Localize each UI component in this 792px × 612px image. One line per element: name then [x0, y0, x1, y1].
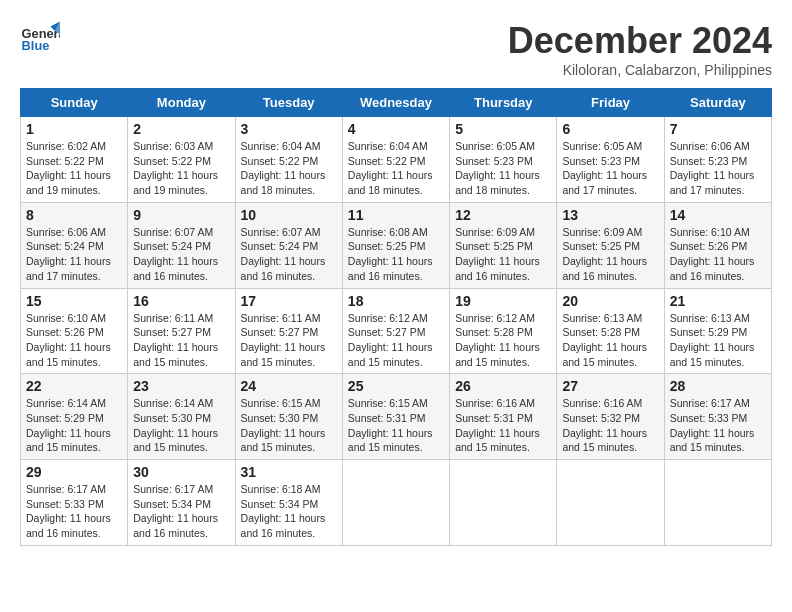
col-tuesday: Tuesday	[235, 89, 342, 117]
day-number: 12	[455, 207, 551, 223]
calendar-table: Sunday Monday Tuesday Wednesday Thursday…	[20, 88, 772, 546]
day-number: 22	[26, 378, 122, 394]
calendar-cell: 18 Sunrise: 6:12 AMSunset: 5:27 PMDaylig…	[342, 288, 449, 374]
day-number: 31	[241, 464, 337, 480]
calendar-cell: 17 Sunrise: 6:11 AMSunset: 5:27 PMDaylig…	[235, 288, 342, 374]
day-number: 8	[26, 207, 122, 223]
day-number: 29	[26, 464, 122, 480]
day-number: 23	[133, 378, 229, 394]
day-info: Sunrise: 6:08 AMSunset: 5:25 PMDaylight:…	[348, 225, 444, 284]
day-number: 17	[241, 293, 337, 309]
day-number: 9	[133, 207, 229, 223]
col-thursday: Thursday	[450, 89, 557, 117]
day-number: 13	[562, 207, 658, 223]
day-number: 6	[562, 121, 658, 137]
col-wednesday: Wednesday	[342, 89, 449, 117]
day-info: Sunrise: 6:02 AMSunset: 5:22 PMDaylight:…	[26, 139, 122, 198]
day-number: 3	[241, 121, 337, 137]
day-info: Sunrise: 6:18 AMSunset: 5:34 PMDaylight:…	[241, 482, 337, 541]
day-info: Sunrise: 6:12 AMSunset: 5:28 PMDaylight:…	[455, 311, 551, 370]
day-number: 4	[348, 121, 444, 137]
day-number: 7	[670, 121, 766, 137]
day-number: 26	[455, 378, 551, 394]
day-info: Sunrise: 6:09 AMSunset: 5:25 PMDaylight:…	[455, 225, 551, 284]
calendar-cell: 8 Sunrise: 6:06 AMSunset: 5:24 PMDayligh…	[21, 202, 128, 288]
day-info: Sunrise: 6:17 AMSunset: 5:34 PMDaylight:…	[133, 482, 229, 541]
day-number: 30	[133, 464, 229, 480]
day-number: 5	[455, 121, 551, 137]
calendar-cell	[450, 460, 557, 546]
calendar-cell: 13 Sunrise: 6:09 AMSunset: 5:25 PMDaylig…	[557, 202, 664, 288]
calendar-cell: 28 Sunrise: 6:17 AMSunset: 5:33 PMDaylig…	[664, 374, 771, 460]
day-info: Sunrise: 6:10 AMSunset: 5:26 PMDaylight:…	[26, 311, 122, 370]
calendar-title: December 2024	[508, 20, 772, 62]
day-info: Sunrise: 6:17 AMSunset: 5:33 PMDaylight:…	[670, 396, 766, 455]
calendar-cell: 27 Sunrise: 6:16 AMSunset: 5:32 PMDaylig…	[557, 374, 664, 460]
calendar-cell: 19 Sunrise: 6:12 AMSunset: 5:28 PMDaylig…	[450, 288, 557, 374]
calendar-cell	[664, 460, 771, 546]
calendar-cell: 15 Sunrise: 6:10 AMSunset: 5:26 PMDaylig…	[21, 288, 128, 374]
calendar-cell: 25 Sunrise: 6:15 AMSunset: 5:31 PMDaylig…	[342, 374, 449, 460]
day-info: Sunrise: 6:07 AMSunset: 5:24 PMDaylight:…	[133, 225, 229, 284]
calendar-cell: 24 Sunrise: 6:15 AMSunset: 5:30 PMDaylig…	[235, 374, 342, 460]
calendar-cell: 31 Sunrise: 6:18 AMSunset: 5:34 PMDaylig…	[235, 460, 342, 546]
svg-text:Blue: Blue	[22, 38, 50, 53]
calendar-cell: 21 Sunrise: 6:13 AMSunset: 5:29 PMDaylig…	[664, 288, 771, 374]
day-info: Sunrise: 6:15 AMSunset: 5:31 PMDaylight:…	[348, 396, 444, 455]
day-info: Sunrise: 6:13 AMSunset: 5:29 PMDaylight:…	[670, 311, 766, 370]
day-number: 10	[241, 207, 337, 223]
day-info: Sunrise: 6:06 AMSunset: 5:23 PMDaylight:…	[670, 139, 766, 198]
day-number: 24	[241, 378, 337, 394]
day-number: 16	[133, 293, 229, 309]
header-row: Sunday Monday Tuesday Wednesday Thursday…	[21, 89, 772, 117]
calendar-subtitle: Kiloloran, Calabarzon, Philippines	[508, 62, 772, 78]
calendar-cell: 23 Sunrise: 6:14 AMSunset: 5:30 PMDaylig…	[128, 374, 235, 460]
calendar-cell: 29 Sunrise: 6:17 AMSunset: 5:33 PMDaylig…	[21, 460, 128, 546]
day-info: Sunrise: 6:11 AMSunset: 5:27 PMDaylight:…	[133, 311, 229, 370]
calendar-cell: 9 Sunrise: 6:07 AMSunset: 5:24 PMDayligh…	[128, 202, 235, 288]
day-info: Sunrise: 6:12 AMSunset: 5:27 PMDaylight:…	[348, 311, 444, 370]
col-friday: Friday	[557, 89, 664, 117]
day-number: 19	[455, 293, 551, 309]
day-info: Sunrise: 6:15 AMSunset: 5:30 PMDaylight:…	[241, 396, 337, 455]
calendar-cell: 22 Sunrise: 6:14 AMSunset: 5:29 PMDaylig…	[21, 374, 128, 460]
day-info: Sunrise: 6:04 AMSunset: 5:22 PMDaylight:…	[241, 139, 337, 198]
day-info: Sunrise: 6:04 AMSunset: 5:22 PMDaylight:…	[348, 139, 444, 198]
day-info: Sunrise: 6:03 AMSunset: 5:22 PMDaylight:…	[133, 139, 229, 198]
calendar-cell: 7 Sunrise: 6:06 AMSunset: 5:23 PMDayligh…	[664, 117, 771, 203]
day-number: 21	[670, 293, 766, 309]
calendar-cell: 6 Sunrise: 6:05 AMSunset: 5:23 PMDayligh…	[557, 117, 664, 203]
day-number: 15	[26, 293, 122, 309]
day-number: 25	[348, 378, 444, 394]
calendar-cell: 16 Sunrise: 6:11 AMSunset: 5:27 PMDaylig…	[128, 288, 235, 374]
day-info: Sunrise: 6:16 AMSunset: 5:31 PMDaylight:…	[455, 396, 551, 455]
day-info: Sunrise: 6:11 AMSunset: 5:27 PMDaylight:…	[241, 311, 337, 370]
calendar-week-2: 8 Sunrise: 6:06 AMSunset: 5:24 PMDayligh…	[21, 202, 772, 288]
title-section: December 2024 Kiloloran, Calabarzon, Phi…	[508, 20, 772, 78]
calendar-cell: 11 Sunrise: 6:08 AMSunset: 5:25 PMDaylig…	[342, 202, 449, 288]
day-info: Sunrise: 6:14 AMSunset: 5:29 PMDaylight:…	[26, 396, 122, 455]
day-info: Sunrise: 6:05 AMSunset: 5:23 PMDaylight:…	[562, 139, 658, 198]
calendar-cell: 12 Sunrise: 6:09 AMSunset: 5:25 PMDaylig…	[450, 202, 557, 288]
calendar-cell: 5 Sunrise: 6:05 AMSunset: 5:23 PMDayligh…	[450, 117, 557, 203]
calendar-week-3: 15 Sunrise: 6:10 AMSunset: 5:26 PMDaylig…	[21, 288, 772, 374]
calendar-cell: 2 Sunrise: 6:03 AMSunset: 5:22 PMDayligh…	[128, 117, 235, 203]
col-saturday: Saturday	[664, 89, 771, 117]
calendar-cell	[342, 460, 449, 546]
day-info: Sunrise: 6:06 AMSunset: 5:24 PMDaylight:…	[26, 225, 122, 284]
calendar-cell: 30 Sunrise: 6:17 AMSunset: 5:34 PMDaylig…	[128, 460, 235, 546]
day-info: Sunrise: 6:10 AMSunset: 5:26 PMDaylight:…	[670, 225, 766, 284]
day-number: 18	[348, 293, 444, 309]
day-number: 11	[348, 207, 444, 223]
day-number: 20	[562, 293, 658, 309]
day-info: Sunrise: 6:13 AMSunset: 5:28 PMDaylight:…	[562, 311, 658, 370]
calendar-cell: 14 Sunrise: 6:10 AMSunset: 5:26 PMDaylig…	[664, 202, 771, 288]
day-number: 14	[670, 207, 766, 223]
day-info: Sunrise: 6:09 AMSunset: 5:25 PMDaylight:…	[562, 225, 658, 284]
day-info: Sunrise: 6:07 AMSunset: 5:24 PMDaylight:…	[241, 225, 337, 284]
day-info: Sunrise: 6:05 AMSunset: 5:23 PMDaylight:…	[455, 139, 551, 198]
calendar-cell	[557, 460, 664, 546]
day-number: 28	[670, 378, 766, 394]
calendar-week-5: 29 Sunrise: 6:17 AMSunset: 5:33 PMDaylig…	[21, 460, 772, 546]
logo-icon: General Blue	[20, 20, 60, 60]
